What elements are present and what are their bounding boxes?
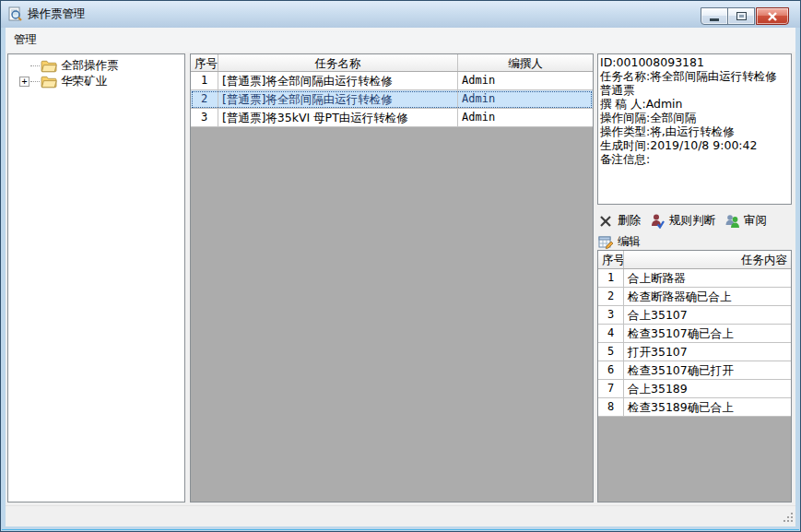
step-no: 3 — [598, 306, 624, 324]
task-row[interactable]: 3 [普通票]将35kVⅠ 母PT由运行转检修 Admin — [191, 109, 593, 127]
tree-line — [30, 81, 40, 82]
edit-toolbar: 编辑 — [598, 231, 650, 252]
action-toolbar: 删除 规则判断 审 — [598, 210, 776, 231]
delete-button[interactable]: 删除 — [598, 213, 641, 229]
header-author[interactable]: 编撰人 — [458, 54, 593, 71]
task-row[interactable]: 2 [普通票]将全部间隔由运行转检修 Admin — [191, 90, 593, 109]
step-no: 7 — [598, 380, 624, 397]
tree-line — [30, 65, 40, 66]
tree-item[interactable]: + 全部操作票 — [8, 58, 184, 74]
task-table-header: 序号 任务名称 编撰人 — [191, 54, 593, 72]
statusbar — [6, 505, 795, 525]
ticket-details: ID:001008093181 任务名称:将全部间隔由运行转检修 普通票 撰 稿… — [597, 53, 792, 205]
step-content: 合上35189 — [624, 380, 791, 397]
step-no: 4 — [598, 325, 624, 342]
task-name: [普通票]将全部间隔由运行转检修 — [218, 72, 458, 89]
step-no: 2 — [598, 288, 624, 305]
step-content: 检查35107确已合上 — [624, 325, 791, 342]
step-content: 合上断路器 — [624, 269, 791, 287]
task-name: [普通票]将全部间隔由运行转检修 — [218, 90, 458, 108]
minimize-icon — [710, 18, 719, 21]
step-content: 合上35107 — [624, 306, 791, 324]
step-table: 序号 任务内容 1 合上断路器 2 检查断路器确已合上 — [598, 251, 791, 502]
window-title: 操作票管理 — [28, 6, 86, 22]
step-row[interactable]: 1 合上断路器 — [598, 269, 791, 288]
tree-item[interactable]: + 华荣矿业 — [8, 74, 184, 89]
detail-panel: ID:001008093181 任务名称:将全部间隔由运行转检修 普通票 撰 稿… — [596, 53, 793, 502]
step-row[interactable]: 6 检查35107确已打开 — [598, 361, 791, 380]
step-no: 1 — [598, 269, 624, 287]
task-author: Admin — [458, 72, 593, 89]
step-content: 打开35107 — [624, 343, 791, 361]
edit-button[interactable]: 编辑 — [598, 234, 641, 250]
delete-icon — [598, 213, 614, 229]
step-content: 检查35189确已合上 — [624, 398, 791, 416]
close-button[interactable] — [756, 7, 789, 25]
step-row[interactable]: 2 检查断路器确已合上 — [598, 288, 791, 306]
header-no[interactable]: 序号 — [191, 54, 218, 71]
task-author: Admin — [458, 109, 593, 126]
rule-check-icon — [650, 213, 666, 229]
step-row[interactable]: 8 检查35189确已合上 — [598, 398, 791, 417]
step-table-header: 序号 任务内容 — [598, 251, 791, 269]
task-no: 2 — [191, 90, 218, 108]
step-grid-panel: 序号 任务内容 1 合上断路器 2 检查断路器确已合上 — [597, 250, 792, 502]
window-controls — [701, 7, 789, 25]
review-button[interactable]: 审阅 — [724, 213, 767, 229]
step-row[interactable]: 7 合上35189 — [598, 380, 791, 398]
header-step-content[interactable]: 任务内容 — [624, 251, 791, 268]
task-no: 3 — [191, 109, 218, 126]
ticket-tree-panel: + 全部操作票 + — [7, 53, 185, 502]
task-grid-panel: 序号 任务名称 编撰人 1 [普通票]将全部间隔由运行转检修 Admin 2 [… — [190, 53, 594, 502]
task-table: 序号 任务名称 编撰人 1 [普通票]将全部间隔由运行转检修 Admin 2 [… — [191, 54, 593, 502]
menubar: 管理 — [6, 28, 795, 52]
folder-icon — [41, 75, 57, 89]
task-row[interactable]: 1 [普通票]将全部间隔由运行转检修 Admin — [191, 72, 593, 90]
step-no: 5 — [598, 343, 624, 361]
resize-grip[interactable] — [782, 511, 793, 522]
maximize-icon — [736, 12, 747, 20]
task-author: Admin — [458, 90, 593, 108]
edit-icon — [598, 234, 614, 250]
header-name[interactable]: 任务名称 — [218, 54, 458, 71]
step-row[interactable]: 5 打开35107 — [598, 343, 791, 361]
rule-check-button[interactable]: 规则判断 — [650, 213, 715, 229]
task-no: 1 — [191, 72, 218, 89]
step-content: 检查断路器确已合上 — [624, 288, 791, 305]
tree-item-label: 全部操作票 — [61, 58, 119, 74]
task-name: [普通票]将35kVⅠ 母PT由运行转检修 — [218, 109, 458, 126]
maximize-button[interactable] — [727, 7, 755, 25]
tree-item-label: 华荣矿业 — [61, 74, 107, 89]
app-window: 操作票管理 管理 + — [0, 0, 801, 532]
close-icon — [767, 12, 778, 21]
step-no: 8 — [598, 398, 624, 416]
step-content: 检查35107确已打开 — [624, 361, 791, 379]
minimize-button[interactable] — [701, 7, 728, 25]
folder-icon — [41, 59, 57, 73]
review-icon — [724, 213, 740, 229]
step-row[interactable]: 4 检查35107确已合上 — [598, 325, 791, 343]
expand-icon[interactable]: + — [19, 77, 29, 87]
app-icon — [7, 6, 23, 22]
step-no: 6 — [598, 361, 624, 379]
header-step-no[interactable]: 序号 — [598, 251, 624, 268]
step-row[interactable]: 3 合上35107 — [598, 306, 791, 325]
titlebar: 操作票管理 — [1, 1, 800, 28]
window-body: + 全部操作票 + — [6, 52, 795, 526]
menu-manage[interactable]: 管理 — [6, 30, 45, 51]
